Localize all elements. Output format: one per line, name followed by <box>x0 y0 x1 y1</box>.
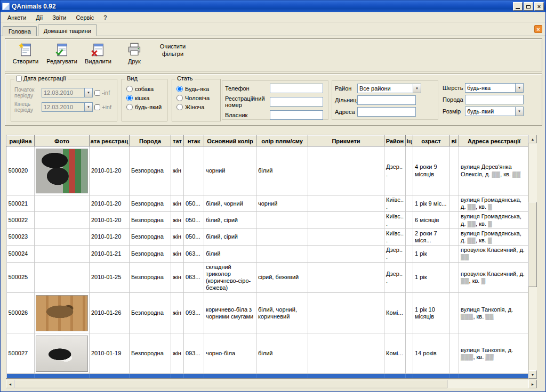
vertical-scroll-thumb[interactable] <box>528 202 537 287</box>
close-tab-button[interactable]: × <box>534 25 542 33</box>
vertical-scroll-track[interactable] <box>528 143 537 370</box>
area-filter-panel: Район Все райони ▼ Дільниця Адреса <box>332 80 438 120</box>
fur-select[interactable]: будь-яка ▼ <box>465 83 524 93</box>
dropdown-arrow-icon[interactable]: ▼ <box>515 84 523 92</box>
start-inf-checkbox[interactable] <box>94 90 100 96</box>
column-header-address[interactable]: Адреса реєстрації <box>459 136 529 146</box>
scroll-up-button[interactable]: ▲ <box>528 135 537 143</box>
cell-breed: Безпородна <box>130 228 171 245</box>
sex-female-radio[interactable]: Жіноча <box>176 104 220 110</box>
cell-sex: жін <box>171 195 184 212</box>
column-header-contact[interactable]: нтак <box>184 136 204 146</box>
tab-holovna[interactable]: Головна <box>3 26 37 36</box>
cell-marks <box>308 212 384 228</box>
menu-help[interactable]: ? <box>99 13 111 22</box>
menu-servis[interactable]: Сервіс <box>71 13 99 22</box>
animal-photo <box>36 149 88 193</box>
owner-input[interactable] <box>270 110 323 120</box>
menu-zvity[interactable]: Звіти <box>47 13 71 22</box>
sex-group-title: Стать <box>177 75 193 81</box>
column-header-spotcolor[interactable]: олір плям/сму <box>256 136 308 146</box>
kind-any-radio[interactable]: будь-який <box>126 104 167 110</box>
sex-male-label: Чоловіча <box>185 95 210 101</box>
edit-button[interactable]: Редагувати <box>44 40 80 66</box>
cell-date: 2010-01-26 <box>90 293 130 333</box>
table-row[interactable]: 500026 2010-01-26 Безпородна жін 093... … <box>7 293 529 333</box>
breed-input[interactable] <box>465 95 524 104</box>
scroll-left-button[interactable]: ◄ <box>6 380 14 388</box>
restore-button[interactable] <box>524 2 533 11</box>
cell-spots: білий <box>256 146 308 195</box>
horizontal-scrollbar[interactable]: ◄ ► <box>6 380 537 388</box>
dropdown-arrow-icon[interactable]: ▼ <box>515 107 523 116</box>
tab-domashni-tvaryny[interactable]: Домашні тварини <box>38 24 97 36</box>
column-header-place[interactable]: іц <box>406 136 413 146</box>
table-row[interactable]: 500024 2010-01-21 Безпородна жін 063... … <box>7 246 529 262</box>
table-row[interactable]: 500021 2010-01-20 Безпородна жін 050... … <box>7 195 529 212</box>
print-button[interactable]: Друк <box>116 40 152 66</box>
cell-color <box>204 374 256 379</box>
horizontal-scroll-track[interactable] <box>14 380 528 388</box>
column-header-maincolor[interactable]: Основний колір <box>204 136 256 146</box>
menu-ankety[interactable]: Анкети <box>3 13 31 22</box>
column-header-district[interactable]: Район <box>384 136 406 146</box>
column-header-photo[interactable]: Фото <box>35 136 90 146</box>
phone-input[interactable] <box>270 84 323 93</box>
cell-spots: сірий, бежевий <box>256 262 308 293</box>
column-header-marks[interactable]: Прикмети <box>308 136 384 146</box>
cell-photo <box>35 333 90 374</box>
cell-place <box>406 228 413 245</box>
table-row[interactable]: 500020 2010-01-20 Безпородна жін чорний … <box>7 146 529 195</box>
period-start-datepicker[interactable]: 12.03.2010 ▼ <box>42 88 93 97</box>
column-header-sex[interactable]: тат <box>171 136 184 146</box>
fur-label: Шерсть <box>443 85 465 91</box>
cell-photo <box>35 212 90 228</box>
column-header-regnum[interactable]: раційна <box>7 136 35 146</box>
cell-breed: Безпородна <box>130 246 171 262</box>
clear-filters-button[interactable]: Очистити фільтри <box>152 40 193 60</box>
minimize-button[interactable] <box>513 2 523 11</box>
table-row[interactable]: 500025 2010-01-25 Безпородна жін 063... … <box>7 262 529 293</box>
kind-cat-radio[interactable]: кішка <box>126 95 167 101</box>
kind-dog-radio[interactable]: собака <box>126 86 167 92</box>
cell-photo <box>35 195 90 212</box>
cell-sex: жін <box>171 262 184 293</box>
precinct-input[interactable] <box>357 95 416 105</box>
vertical-scrollbar[interactable]: ▲ ▼ <box>528 135 537 379</box>
scroll-right-button[interactable]: ► <box>528 380 537 388</box>
district-select[interactable]: Все райони ▼ <box>357 84 421 93</box>
kind-filter-group: Вид собака кішка будь-який <box>122 79 167 121</box>
scroll-down-button[interactable]: ▼ <box>528 370 537 379</box>
cell-age: 14 років <box>413 333 449 374</box>
district-label: Район <box>335 85 357 92</box>
column-header-v[interactable]: ві <box>449 136 459 146</box>
close-button[interactable]: × <box>534 2 544 11</box>
cell-v <box>449 246 459 262</box>
table-row[interactable]: 500022 2010-01-20 Безпородна жін 050... … <box>7 212 529 228</box>
dropdown-arrow-icon[interactable]: ▼ <box>413 84 421 93</box>
cell-district: Комі... <box>384 333 406 374</box>
cell-date: 2010-01-25 <box>90 262 130 293</box>
period-end-datepicker[interactable]: 12.03.2010 ▼ <box>42 102 93 112</box>
create-icon <box>18 42 33 57</box>
menu-diyi[interactable]: Дії <box>31 13 47 22</box>
table-row[interactable]: 500023 2010-01-20 Безпородна жін 050... … <box>7 228 529 245</box>
dropdown-arrow-icon[interactable]: ▼ <box>84 103 92 111</box>
end-inf-checkbox[interactable] <box>94 104 100 110</box>
table-row[interactable]: 500027 2010-01-19 Безпородна жін 093... … <box>7 333 529 374</box>
address-input[interactable] <box>357 107 416 117</box>
column-header-age[interactable]: озраст <box>413 136 449 146</box>
size-select[interactable]: будь-який ▼ <box>465 107 524 116</box>
date-filter-checkbox[interactable] <box>16 76 22 81</box>
horizontal-scroll-thumb[interactable] <box>14 380 447 388</box>
column-header-regdate[interactable]: ата реєстрац <box>90 136 130 146</box>
column-header-breed[interactable]: Порода <box>130 136 171 146</box>
delete-button[interactable]: Видалити <box>80 40 116 66</box>
cell-spots <box>256 212 308 228</box>
sex-male-radio[interactable]: Чоловіча <box>176 95 220 101</box>
create-button[interactable]: Створити <box>7 40 44 66</box>
regnum-input[interactable] <box>270 97 323 107</box>
sex-any-radio[interactable]: Будь-яка <box>176 86 220 92</box>
table-row-selected[interactable]: різні (блакитне та 8 років проспект Моск… <box>7 374 529 379</box>
dropdown-arrow-icon[interactable]: ▼ <box>84 88 92 97</box>
